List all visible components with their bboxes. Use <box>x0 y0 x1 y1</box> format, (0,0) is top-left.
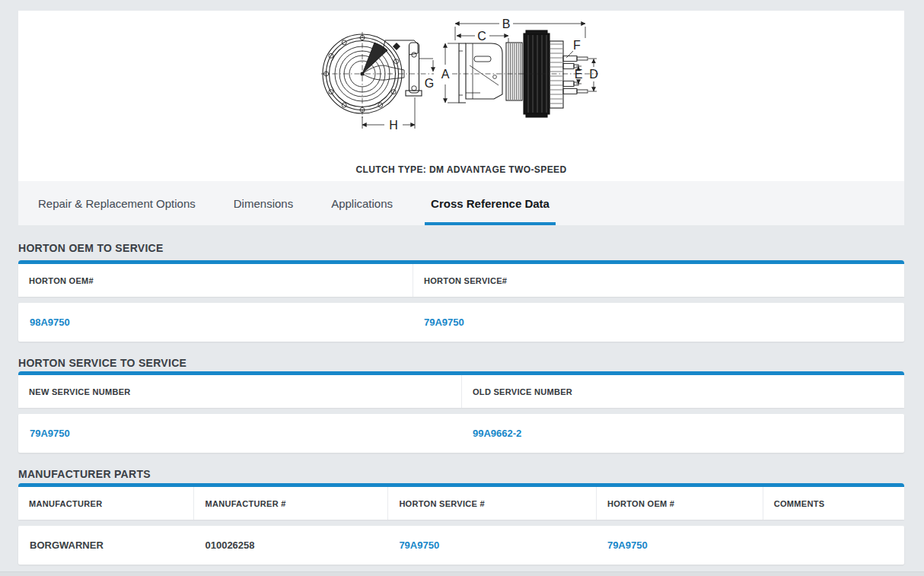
column-header: COMMENTS <box>763 487 904 520</box>
table-row: 79A9750 99A9662-2 <box>18 414 904 453</box>
part-number-link[interactable]: 99A9662-2 <box>473 428 521 439</box>
section-oem-to-service: HORTON OEM TO SERVICE HORTON OEM# HORTON… <box>18 225 904 342</box>
tab-repair-replacement-options[interactable]: Repair & Replacement Options <box>32 181 202 225</box>
dim-label-h: H <box>389 119 398 132</box>
table-header-row: NEW SERVICE NUMBER OLD SERVICE NUMBER <box>18 371 904 408</box>
comments-cell <box>763 526 904 565</box>
diagram-card: G H B C <box>18 11 904 181</box>
dim-label-c: C <box>477 30 486 43</box>
column-header: MANUFACTURER <box>18 487 193 520</box>
table-header-row: MANUFACTURER MANUFACTURER # HORTON SERVI… <box>18 483 904 520</box>
dim-label-d: D <box>589 68 598 81</box>
column-header: OLD SERVICE NUMBER <box>461 375 904 408</box>
table-cell: 98A9750 <box>18 303 413 342</box>
side-view: B C A <box>441 18 598 117</box>
table-header-row: HORTON OEM# HORTON SERVICE# <box>18 260 904 297</box>
table-cell: 79A9750 <box>413 303 904 342</box>
clutch-type-caption: CLUTCH TYPE: DM ADVANTAGE TWO-SPEED <box>18 164 904 175</box>
section-title: HORTON OEM TO SERVICE <box>18 225 904 260</box>
tab-cross-reference-data[interactable]: Cross Reference Data <box>425 181 556 225</box>
tab-applications[interactable]: Applications <box>325 181 399 225</box>
front-view: G H <box>321 32 434 132</box>
table-row: BORGWARNER 010026258 79A9750 79A9750 <box>18 526 904 565</box>
section-title: MANUFACTURER PARTS <box>18 453 904 483</box>
dim-label-b: B <box>502 18 511 30</box>
dim-label-a: A <box>441 68 450 81</box>
part-number-link[interactable]: 79A9750 <box>30 428 70 439</box>
part-number-link[interactable]: 79A9750 <box>607 539 648 551</box>
part-number-link[interactable]: 79A9750 <box>399 539 439 551</box>
tab-bar: Repair & Replacement Options Dimensions … <box>18 181 904 225</box>
page-bottom-edge <box>0 571 924 576</box>
dim-label-e: E <box>575 68 583 81</box>
dim-label-f: F <box>573 39 581 52</box>
dim-label-g: G <box>425 77 434 90</box>
column-header: HORTON SERVICE # <box>387 487 596 520</box>
column-header: HORTON OEM # <box>596 487 763 520</box>
manufacturer-number-cell: 010026258 <box>193 526 387 565</box>
table-cell: 79A9750 <box>387 526 596 565</box>
manufacturer-cell: BORGWARNER <box>18 526 193 565</box>
section-manufacturer-parts: MANUFACTURER PARTS MANUFACTURER MANUFACT… <box>18 453 904 565</box>
table-row: 98A9750 79A9750 <box>18 303 904 342</box>
column-header: HORTON SERVICE# <box>413 264 904 297</box>
column-header: NEW SERVICE NUMBER <box>18 375 461 408</box>
table-cell: 79A9750 <box>596 526 763 565</box>
table-cell: 99A9662-2 <box>461 414 904 453</box>
part-number-link[interactable]: 79A9750 <box>424 317 464 328</box>
column-header: MANUFACTURER # <box>193 487 387 520</box>
product-detail-page: G H B C <box>0 0 924 576</box>
tab-dimensions[interactable]: Dimensions <box>228 181 299 225</box>
clutch-diagram: G H B C <box>312 17 601 138</box>
column-header: HORTON OEM# <box>18 264 413 297</box>
section-service-to-service: HORTON SERVICE TO SERVICE NEW SERVICE NU… <box>18 342 904 453</box>
part-number-link[interactable]: 98A9750 <box>30 317 70 328</box>
table-cell: 79A9750 <box>18 414 461 453</box>
cross-reference-content: HORTON OEM TO SERVICE HORTON OEM# HORTON… <box>18 225 904 565</box>
section-title: HORTON SERVICE TO SERVICE <box>18 342 904 371</box>
